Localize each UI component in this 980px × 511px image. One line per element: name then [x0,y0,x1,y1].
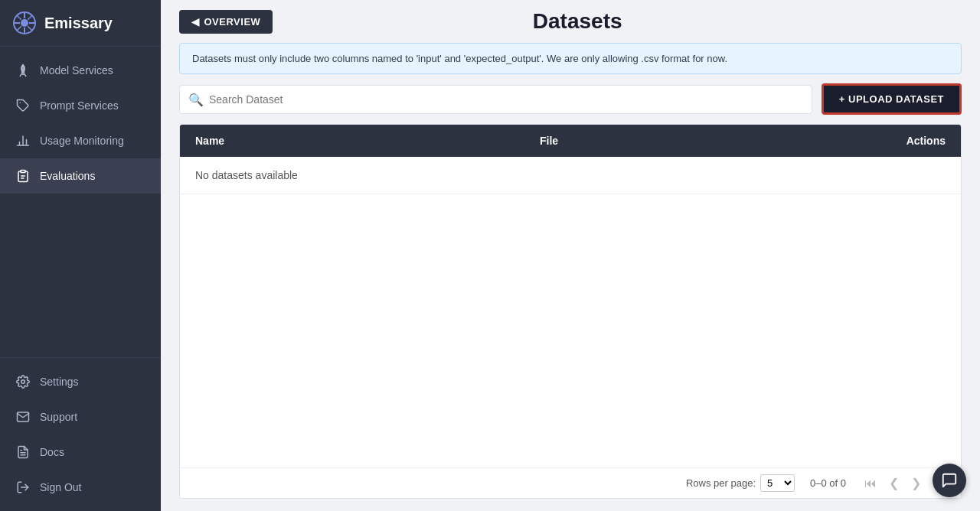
rows-per-page-label: Rows per page: [686,477,756,489]
search-icon: 🔍 [188,92,204,106]
svg-line-6 [17,15,21,20]
search-input[interactable] [179,85,812,114]
sidebar-item-label: Prompt Services [40,99,119,112]
app-name: Emissary [44,15,113,32]
col-actions: Actions [869,125,961,157]
datasets-table: Name File Actions No datasets available … [179,124,962,499]
chevron-left-icon: ◀ [191,16,200,28]
sidebar-item-label: Docs [40,446,64,458]
chat-bubble-button[interactable] [933,464,966,497]
main-content: ◀ OVERVIEW Datasets Datasets must only i… [161,0,980,511]
page-title: Datasets [285,9,870,34]
sidebar: Emissary Model Services Pr [0,0,161,511]
search-wrapper: 🔍 [179,85,812,114]
clipboard-icon [15,168,31,184]
gear-icon [15,374,31,389]
rows-per-page-select[interactable]: 5 10 25 [760,474,795,492]
sidebar-divider [0,357,161,358]
sidebar-item-settings[interactable]: Settings [0,364,161,399]
chart-icon [15,133,31,148]
sidebar-nav: Model Services Prompt Services [0,47,161,351]
document-icon [15,444,31,460]
signout-icon [15,480,31,495]
sidebar-item-support[interactable]: Support [0,399,161,435]
sidebar-item-label: Evaluations [40,170,95,182]
chat-icon [941,472,958,489]
table-header: Name File Actions [180,125,961,157]
sidebar-item-sign-out[interactable]: Sign Out [0,470,161,505]
table-body: No datasets available [180,157,961,467]
sidebar-item-model-services[interactable]: Model Services [0,53,161,88]
search-upload-row: 🔍 + UPLOAD DATASET [179,83,962,115]
svg-point-19 [21,380,25,384]
svg-line-9 [17,26,21,31]
sidebar-item-usage-monitoring[interactable]: Usage Monitoring [0,123,161,158]
content-area: Datasets must only include two columns n… [161,43,980,511]
svg-rect-16 [21,171,25,173]
rocket-icon [15,63,31,78]
sidebar-item-prompt-services[interactable]: Prompt Services [0,88,161,123]
sidebar-item-docs[interactable]: Docs [0,435,161,470]
svg-point-1 [21,19,28,27]
tag-icon [15,98,31,113]
sidebar-item-label: Settings [40,376,79,388]
page-info: 0–0 of 0 [810,477,846,489]
sidebar-item-evaluations[interactable]: Evaluations [0,158,161,194]
sidebar-item-label: Model Services [40,64,113,76]
sidebar-item-label: Usage Monitoring [40,135,124,147]
emissary-logo-icon [12,11,37,35]
prev-page-button[interactable]: ❮ [886,474,902,492]
first-page-button[interactable]: ⏮ [861,475,880,492]
pagination-bar: Rows per page: 5 10 25 0–0 of 0 ⏮ ❮ ❯ ⏭ [180,467,961,498]
info-banner-text: Datasets must only include two columns n… [192,53,727,64]
rows-per-page: Rows per page: 5 10 25 [686,474,795,492]
envelope-icon [15,409,31,425]
overview-button[interactable]: ◀ OVERVIEW [179,10,273,34]
svg-line-8 [28,15,32,20]
empty-state-message: No datasets available [180,157,961,194]
info-banner: Datasets must only include two columns n… [179,43,962,74]
overview-button-label: OVERVIEW [204,16,261,28]
sidebar-bottom: Settings Support [0,364,161,511]
sidebar-logo: Emissary [0,0,161,47]
next-page-button[interactable]: ❯ [908,474,924,492]
sidebar-item-label: Sign Out [40,481,81,493]
col-file: File [524,125,869,157]
svg-point-10 [22,72,24,74]
col-name: Name [180,125,524,157]
topbar: ◀ OVERVIEW Datasets [161,0,980,43]
svg-line-7 [28,26,32,31]
sidebar-item-label: Support [40,411,77,423]
upload-button-label: + UPLOAD DATASET [839,93,944,105]
upload-dataset-button[interactable]: + UPLOAD DATASET [822,83,962,115]
